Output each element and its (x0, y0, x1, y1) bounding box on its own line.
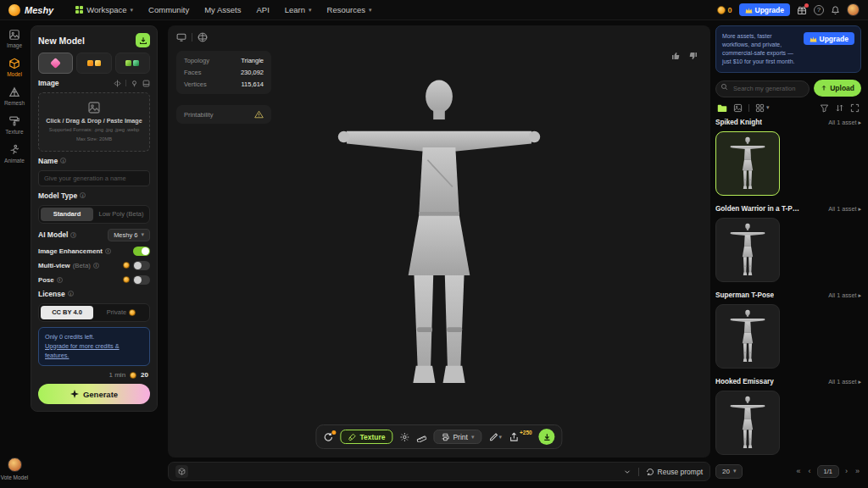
mode-tab-image-to-3d[interactable] (38, 53, 73, 74)
ai-model-select[interactable]: Meshy 6 ▾ (108, 229, 150, 241)
asset-thumbnail[interactable] (715, 304, 780, 369)
upload-button[interactable]: Upload (814, 80, 861, 97)
ai-model-label: AI Model i (38, 230, 76, 239)
expand-icon[interactable] (850, 103, 860, 113)
image-placeholder-icon (87, 101, 101, 114)
rail-item-image[interactable]: Image (0, 29, 29, 48)
promo-upgrade-button[interactable]: Upgrade (804, 32, 854, 45)
group-all-link[interactable]: All 1 asset▸ (828, 205, 861, 213)
rail-item-remesh[interactable]: Remesh (0, 86, 29, 106)
group-all-link[interactable]: All 1 asset▸ (828, 378, 861, 385)
reuse-prompt-button[interactable]: Reuse prompt (646, 468, 703, 476)
coin-icon (130, 372, 136, 379)
name-input[interactable] (38, 170, 150, 186)
download-button[interactable] (539, 429, 555, 445)
rail-item-model[interactable]: Model (0, 58, 29, 77)
thumb-up-icon[interactable] (670, 51, 681, 61)
feedback-buttons (670, 51, 698, 61)
filter-icon[interactable] (820, 103, 829, 113)
license-private[interactable]: Private (95, 306, 147, 319)
image-dropzone[interactable]: Click / Drag & Drop / Paste Image Suppor… (38, 92, 150, 152)
sort-icon[interactable] (835, 103, 844, 113)
retry-button[interactable] (323, 432, 333, 442)
viewport-tools (176, 32, 208, 42)
gift-icon[interactable] (797, 5, 807, 15)
printability-card[interactable]: Printability (176, 105, 271, 124)
multi-view-toggle[interactable] (133, 261, 150, 270)
upgrade-button[interactable]: Upgrade (739, 3, 790, 16)
asset-thumbnail[interactable] (715, 391, 780, 455)
mode-tab-multi-image[interactable] (115, 53, 150, 74)
credit-balance[interactable]: 0 (717, 6, 732, 14)
user-avatar[interactable] (847, 3, 860, 16)
model-type-standard[interactable]: Standard (41, 208, 93, 221)
mode-tab-text-to-3d[interactable] (76, 53, 111, 74)
nav-item-community[interactable]: Community (148, 5, 189, 14)
nav-item-resources[interactable]: Resources▾ (327, 5, 372, 14)
viewport-toolbar: Texture Print ▾ ▾ (315, 424, 562, 449)
asset-thumbnail[interactable] (715, 131, 780, 196)
notification-dot (804, 3, 809, 8)
flip-icon[interactable] (114, 80, 121, 87)
prompt-bar: Reuse prompt (168, 462, 710, 481)
generate-button[interactable]: Generate (38, 384, 150, 404)
license-ccby[interactable]: CC BY 4.0 (41, 306, 93, 319)
bell-icon[interactable] (831, 5, 840, 15)
image-enhancement-toggle[interactable] (133, 247, 150, 256)
measure-button[interactable] (416, 432, 426, 442)
texture-button[interactable]: Texture (340, 430, 392, 444)
share-button[interactable]: +250 (509, 432, 532, 442)
pose-toggle[interactable] (133, 275, 150, 285)
vote-model-widget[interactable]: Vote Model (1, 458, 29, 481)
thumb-down-icon[interactable] (688, 51, 698, 61)
wireframe-sphere-icon[interactable] (198, 32, 208, 42)
filter-right (820, 103, 860, 113)
ai-model-row: AI Model i Meshy 6 ▾ (38, 229, 150, 241)
rail-item-texture[interactable]: Texture (0, 115, 29, 135)
search-input[interactable] (715, 80, 810, 97)
nav-right: 0 Upgrade ? (717, 3, 860, 16)
pager-controls: « ‹ 1/1 › » (795, 465, 861, 478)
gallery-icon[interactable] (142, 80, 150, 87)
settings-button[interactable] (399, 432, 409, 442)
asset-group: Golden Warrior in a T-Pose All 1 asset▸ (715, 205, 861, 282)
edit-button[interactable]: ▾ (488, 432, 502, 442)
image-view-icon[interactable] (733, 103, 743, 113)
model-type-lowpoly[interactable]: Low Poly (Beta) (95, 208, 147, 221)
nav-item-api[interactable]: API (256, 5, 269, 14)
prompt-asset-icon[interactable] (175, 465, 188, 478)
next-page-button[interactable]: › (843, 467, 849, 475)
viewport-3d[interactable]: Topology Triangle Faces 230,092 Vertices… (168, 25, 710, 458)
pink-gem-icon (50, 58, 61, 69)
help-icon[interactable]: ? (814, 5, 824, 15)
chevron-down-icon: ▾ (141, 231, 144, 238)
nav-label: Learn (285, 5, 305, 14)
print-button[interactable]: Print ▾ (433, 430, 481, 444)
model-3d-figure[interactable] (333, 71, 545, 398)
rail-item-animate[interactable]: Animate (0, 144, 29, 164)
name-section-header: Name i (38, 157, 150, 165)
brand[interactable]: Meshy (8, 4, 53, 16)
grid-view-select[interactable]: ▾ (755, 103, 770, 113)
group-title: Golden Warrior in a T-Pose (715, 205, 800, 213)
nav-item-learn[interactable]: Learn▾ (285, 5, 312, 14)
import-button[interactable] (136, 33, 150, 47)
share-icon (509, 432, 519, 442)
pose-label: Pose i (38, 276, 63, 284)
group-all-link[interactable]: All 1 asset▸ (828, 291, 861, 299)
group-all-link[interactable]: All 1 asset▸ (828, 119, 861, 126)
collapse-icon[interactable] (623, 468, 632, 476)
asset-thumbnail[interactable] (715, 218, 780, 282)
page-size-select[interactable]: 20 ▾ (715, 464, 743, 479)
first-page-button[interactable]: « (795, 467, 803, 475)
prev-page-button[interactable]: ‹ (807, 467, 813, 475)
nav-item-workspace[interactable]: Workspace ▾ (75, 5, 133, 14)
last-page-button[interactable]: » (854, 467, 861, 475)
rail-label: Texture (5, 129, 23, 135)
display-icon[interactable] (176, 32, 186, 42)
bulb-icon[interactable] (131, 80, 138, 87)
upgrade-link[interactable]: Upgrade for more credits & features. (45, 342, 120, 359)
divider (748, 104, 749, 112)
folder-icon[interactable] (717, 103, 727, 113)
nav-item-my-assets[interactable]: My Assets (204, 5, 241, 14)
